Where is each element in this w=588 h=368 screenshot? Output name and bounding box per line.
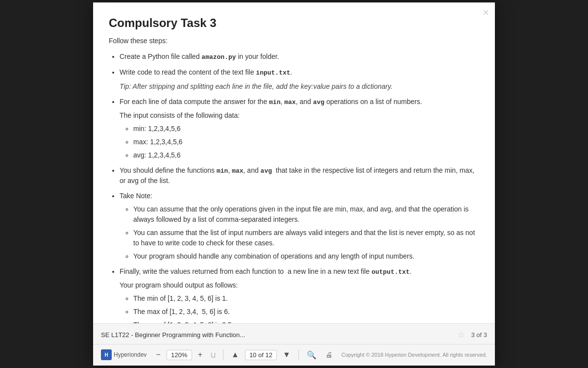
bullet-item-5: Take Note: You can assume that the only … (120, 191, 479, 262)
print-button[interactable]: 🖨 (322, 349, 335, 361)
bottom-title-row: SE L1T22 - Beginner Programming with Fun… (93, 324, 495, 344)
modal-container: × Compulsory Task 3 Follow these steps: … (93, 2, 495, 366)
toolbar-separator-1 (223, 349, 223, 360)
zoom-display: 120% (167, 350, 192, 360)
bullet-item-6: Finally, write the values returned from … (120, 266, 479, 323)
code-outputtxt: output.txt (371, 268, 410, 276)
main-bullet-list: Create a Python file called amazon.py in… (109, 52, 479, 323)
output-list: The min of [1, 2, 3, 4, 5, 6] is 1. The … (120, 293, 479, 324)
star-icon[interactable]: ☆ (457, 329, 465, 340)
expand-button[interactable]: ⨆ (208, 349, 218, 361)
consists-text: The input consists of the following data… (120, 110, 479, 121)
note-item-1: You can assume that the only operations … (133, 204, 479, 225)
output-item-2: The max of [1, 2, 3,4, 5, 6] is 6. (133, 307, 479, 317)
output-label: Your program should output as follows: (120, 280, 479, 290)
data-item-min: min: 1,2,3,4,5,6 (133, 124, 479, 134)
code-max2: max (232, 167, 243, 175)
tip-text: Tip: After stripping and splitting each … (120, 81, 479, 92)
page-up-button[interactable]: ▲ (228, 348, 242, 361)
of-count-label: 3 of 3 (471, 331, 487, 339)
logo-mark: H (101, 349, 112, 360)
zoom-out-button[interactable]: − (153, 348, 163, 361)
bottom-title: SE L1T22 - Beginner Programming with Fun… (101, 331, 453, 339)
code-amazon: amazon.py (201, 53, 236, 61)
note-item-3: Your program should handle any combinati… (133, 251, 479, 262)
bullet-item-1: Create a Python file called amazon.py in… (120, 52, 479, 62)
bullet-item-2: Write code to read the content of the te… (120, 67, 479, 92)
code-avg2: avg (261, 167, 272, 175)
toolbar-row: H Hyperiondev − 120% + ⨆ ▲ 10 of 12 ▼ 🔍 … (93, 344, 495, 366)
toolbar-separator-2 (298, 349, 299, 360)
zoom-in-button[interactable]: + (195, 348, 205, 361)
code-max: max (284, 99, 295, 106)
content-area: Compulsory Task 3 Follow these steps: Cr… (93, 2, 495, 323)
bullet-item-4: You should define the functions min, max… (120, 165, 479, 186)
page-display: 10 of 12 (245, 350, 277, 360)
bullet-item-3: For each line of data compute the answer… (120, 97, 479, 160)
code-min: min (269, 99, 280, 106)
page-down-button[interactable]: ▼ (280, 348, 294, 361)
note-item-2: You can assume that the list of input nu… (133, 228, 479, 248)
code-avg: avg (313, 99, 324, 106)
hyperiondev-logo: H Hyperiondev (101, 349, 147, 360)
task-title: Compulsory Task 3 (109, 16, 479, 30)
close-button[interactable]: × (483, 7, 489, 18)
code-inputtxt: input.txt (256, 69, 290, 77)
output-item-1: The min of [1, 2, 3, 4, 5, 6] is 1. (133, 293, 479, 304)
note-list: You can assume that the only operations … (120, 204, 479, 262)
code-min2: min (217, 167, 228, 175)
copyright-text: Copyright © 2018 Hyperion Development. A… (342, 352, 487, 358)
logo-text: Hyperiondev (114, 351, 147, 358)
search-button[interactable]: 🔍 (304, 348, 319, 362)
follow-text: Follow these steps: (109, 37, 479, 45)
bottom-bar: SE L1T22 - Beginner Programming with Fun… (93, 323, 495, 366)
data-item-avg: avg: 1,2,3,4,5,6 (133, 150, 479, 160)
output-item-3: The avg of [1, 2, 3, 4, 5, 6] is 3.5. (133, 320, 479, 324)
data-item-max: max: 1,2,3,4,5,6 (133, 137, 479, 147)
data-items-list: min: 1,2,3,4,5,6 max: 1,2,3,4,5,6 avg: 1… (120, 124, 479, 160)
